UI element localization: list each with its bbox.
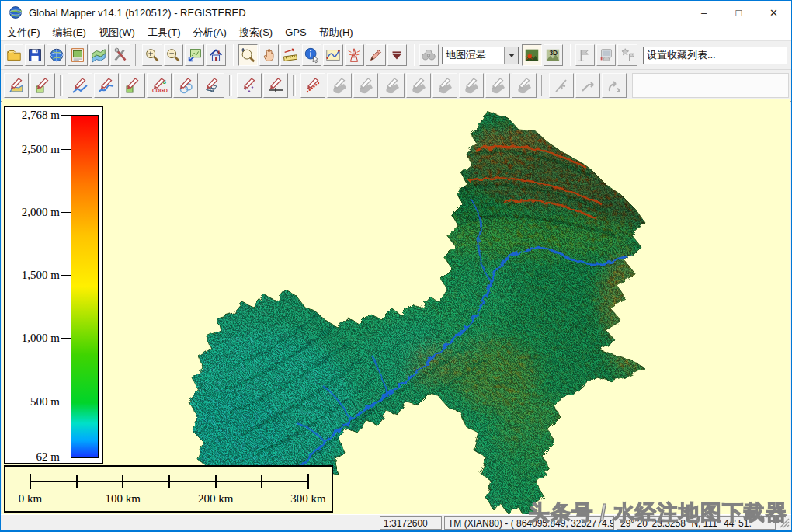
toolbar-separator bbox=[412, 44, 415, 66]
minimize-button[interactable]: – bbox=[686, 1, 721, 24]
status-latlon-position: 29° 20' 23.3258" N, 111° 44' 51. bbox=[617, 516, 776, 530]
legend-tick bbox=[61, 457, 71, 457]
scale-selected-features-button[interactable] bbox=[380, 73, 405, 98]
legend-label-1500: 1,500 m bbox=[5, 268, 60, 282]
download-online-imagery-button[interactable] bbox=[47, 44, 66, 66]
fill-selected-area-button[interactable] bbox=[512, 73, 537, 98]
create-circle-feature-button[interactable] bbox=[173, 73, 198, 98]
view-3d-button[interactable]: 3D bbox=[544, 44, 563, 66]
move-selected-features-icon bbox=[330, 76, 349, 95]
legend-label-2500: 2,500 m bbox=[5, 142, 60, 156]
digitizer-tool-button[interactable] bbox=[366, 44, 385, 66]
create-area-feature-icon bbox=[7, 76, 26, 95]
legend-tick bbox=[61, 275, 71, 276]
zoom-in-button[interactable] bbox=[142, 44, 162, 66]
download-online-imagery-icon bbox=[48, 47, 65, 64]
zoom-tool-button[interactable] bbox=[238, 44, 258, 66]
feature-info-tool-icon bbox=[304, 47, 321, 64]
legend-tick bbox=[61, 338, 71, 339]
create-rectangle-area-button[interactable] bbox=[30, 73, 55, 98]
create-point-feature-icon bbox=[240, 76, 259, 95]
view-shed-tool-button[interactable] bbox=[345, 44, 364, 66]
create-grid-feature-button[interactable] bbox=[200, 73, 224, 98]
gps-start-button[interactable] bbox=[575, 44, 595, 66]
measure-tool-button[interactable] bbox=[280, 44, 300, 66]
digitizer-toolbar-panel bbox=[632, 73, 789, 98]
menu-item-view[interactable]: 视图(W) bbox=[92, 25, 141, 40]
configuration-button[interactable] bbox=[110, 44, 130, 66]
insert-vertex-button[interactable] bbox=[263, 73, 288, 98]
menu-item-edit[interactable]: 编辑(E) bbox=[47, 25, 92, 40]
zoom-tool-icon bbox=[239, 47, 256, 64]
map-canvas[interactable]: 2,768 m2,500 m2,000 m1,500 m1,000 m500 m… bbox=[2, 99, 790, 514]
resize-grip-icon[interactable] bbox=[780, 518, 790, 528]
pan-tool-button[interactable] bbox=[259, 44, 279, 66]
select-previous-feature-button[interactable] bbox=[549, 73, 574, 98]
search-button[interactable] bbox=[419, 44, 439, 66]
redo-digitization-button[interactable] bbox=[575, 73, 600, 98]
elevation-color-bar bbox=[71, 115, 99, 458]
overlay-control-center-icon bbox=[69, 47, 86, 64]
open-file-button[interactable] bbox=[4, 44, 23, 66]
feature-info-tool-button[interactable] bbox=[302, 44, 321, 66]
zoom-out-icon bbox=[165, 47, 182, 64]
create-stream-feature-button[interactable] bbox=[94, 73, 119, 98]
edit-feature-vertices-button[interactable] bbox=[406, 73, 431, 98]
move-selected-features-button[interactable] bbox=[327, 73, 352, 98]
menu-item-search[interactable]: 搜索(S) bbox=[233, 25, 279, 40]
open-file-icon bbox=[5, 47, 23, 64]
gps-display-button[interactable] bbox=[596, 44, 616, 66]
save-button[interactable] bbox=[25, 44, 44, 66]
undo-digitization-button[interactable] bbox=[602, 73, 627, 98]
split-selected-feature-icon bbox=[436, 76, 454, 95]
create-range-ring-button[interactable] bbox=[300, 73, 325, 98]
menu-item-analysis[interactable]: 分析(A) bbox=[187, 25, 233, 40]
status-map-scale: 1:3172600 bbox=[380, 516, 442, 530]
create-cogo-feature-button[interactable]: 36COGO bbox=[147, 73, 172, 98]
rotate-selected-features-button[interactable] bbox=[353, 73, 378, 98]
gps-waypoint-button[interactable] bbox=[617, 44, 637, 66]
scale-tick-200 bbox=[215, 475, 217, 488]
more-tools-button[interactable] bbox=[387, 44, 407, 66]
shader-options-button[interactable] bbox=[522, 44, 541, 66]
toolbar-separator bbox=[229, 75, 232, 96]
create-grid-feature-icon bbox=[203, 76, 221, 95]
create-line-feature-icon bbox=[71, 76, 89, 95]
shader-combobox[interactable]: 地图渲晕 bbox=[442, 47, 519, 64]
fill-selected-area-icon bbox=[515, 76, 533, 95]
create-line-feature-button[interactable] bbox=[68, 73, 92, 98]
home-view-icon bbox=[207, 47, 224, 64]
pan-tool-icon bbox=[261, 47, 278, 64]
create-range-ring-icon bbox=[304, 76, 322, 95]
map-layout-button[interactable] bbox=[89, 44, 109, 66]
close-button[interactable]: ✕ bbox=[756, 1, 791, 24]
path-profile-tool-button[interactable] bbox=[323, 44, 342, 66]
menu-item-gps[interactable]: GPS bbox=[279, 26, 312, 39]
menu-item-file[interactable]: 文件(F) bbox=[1, 25, 47, 40]
home-view-button[interactable] bbox=[206, 44, 225, 66]
zoom-to-fit-button[interactable] bbox=[185, 44, 204, 66]
svg-text:3D: 3D bbox=[550, 50, 558, 57]
favorites-input[interactable] bbox=[643, 47, 787, 64]
combo-dropdown-icon[interactable] bbox=[504, 47, 518, 64]
insert-vertex-icon bbox=[266, 76, 285, 95]
menu-item-help[interactable]: 帮助(H) bbox=[313, 25, 360, 40]
view-3d-icon: 3D bbox=[544, 47, 561, 64]
create-rectangle-line-button[interactable] bbox=[120, 73, 145, 98]
undo-digitization-icon bbox=[605, 76, 624, 95]
scale-tick-250 bbox=[261, 475, 262, 488]
menu-item-tools[interactable]: 工具(T) bbox=[141, 25, 187, 40]
crop-selected-features-button[interactable] bbox=[485, 73, 510, 98]
overlay-control-center-button[interactable] bbox=[68, 44, 87, 66]
split-selected-feature-button[interactable] bbox=[432, 73, 457, 98]
maximize-button[interactable]: □ bbox=[721, 1, 756, 24]
create-stream-feature-icon bbox=[97, 76, 116, 95]
edit-feature-vertices-icon bbox=[409, 76, 428, 95]
title-bar: Global Mapper v14.1 (b120512) - REGISTER… bbox=[1, 1, 791, 24]
create-point-feature-button[interactable] bbox=[237, 73, 262, 98]
combine-selected-features-button[interactable] bbox=[459, 73, 484, 98]
elevation-legend: 2,768 m2,500 m2,000 m1,500 m1,000 m500 m… bbox=[4, 106, 103, 464]
create-area-feature-button[interactable] bbox=[4, 73, 29, 98]
create-rectangle-line-icon bbox=[123, 76, 142, 95]
zoom-out-button[interactable] bbox=[164, 44, 183, 66]
